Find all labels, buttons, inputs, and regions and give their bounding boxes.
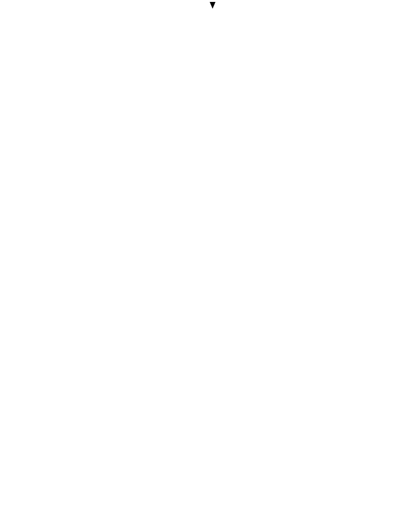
entry-arrow-icon: [210, 2, 215, 9]
